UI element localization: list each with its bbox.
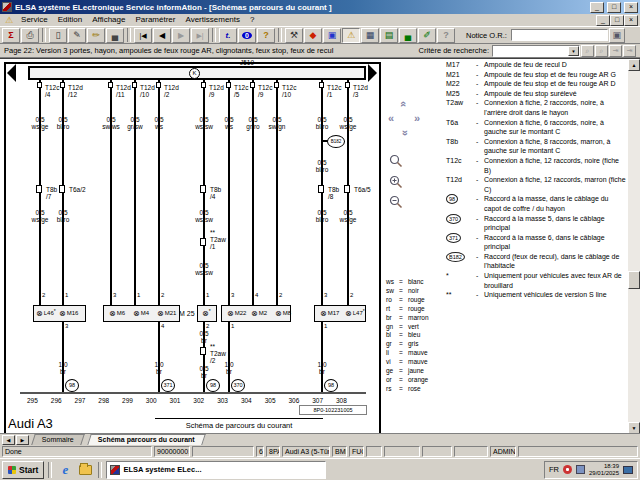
window-button[interactable]: ▣: [323, 28, 341, 43]
lamp-icon: ⊗: [227, 308, 234, 319]
pan-right-icon[interactable]: »: [414, 113, 420, 123]
tab-scroll-left-button[interactable]: ◀: [2, 435, 15, 445]
legend-dash: -: [476, 252, 484, 262]
vehicle-button[interactable]: ▄: [106, 28, 124, 43]
vehicle-edit-button[interactable]: ✐: [418, 28, 436, 43]
network-icon[interactable]: [623, 466, 633, 474]
taskbar-task-elsa[interactable]: ELSA système ELec...: [106, 461, 326, 479]
connector-label: T12c /9: [258, 84, 272, 98]
help-button[interactable]: ?: [257, 28, 275, 43]
wire-line: [252, 80, 254, 305]
mdi-close-button[interactable]: ×: [624, 15, 638, 26]
wire-gauge-label: 0,5 sw/gn: [269, 116, 286, 130]
chevron-down-icon[interactable]: ▼: [568, 46, 579, 56]
zoom-select-icon[interactable]: [389, 154, 403, 168]
search-prev-button[interactable]: ⌕: [581, 45, 594, 57]
document-edit-button[interactable]: ✏: [87, 28, 105, 43]
lamp-label: M16: [67, 308, 79, 319]
legend-dash: -: [476, 137, 484, 147]
search-next-button[interactable]: ⌕: [595, 45, 608, 57]
print-button[interactable]: ⎙: [21, 28, 39, 43]
save-button[interactable]: ▦: [361, 28, 379, 43]
connector-pin-icon: [345, 82, 350, 88]
tab-schema-parcours[interactable]: Schéma parcours du courant: [87, 434, 205, 445]
info-button[interactable]: 0: [238, 28, 256, 43]
toolbar-icon: ▄: [112, 30, 118, 40]
notice-or-input[interactable]: [511, 29, 608, 41]
legend-text: Connexion à fiche, 12 raccords, marron (…: [484, 175, 626, 194]
color-name: marron: [408, 314, 429, 323]
goto-prev-button[interactable]: ⇥: [609, 45, 622, 57]
tools-button[interactable]: ⚒: [285, 28, 303, 43]
folder-icon[interactable]: [76, 461, 94, 478]
return-button[interactable]: t.: [219, 28, 237, 43]
minimize-button[interactable]: _: [590, 2, 604, 13]
last-page-button[interactable]: ▶|: [191, 28, 209, 43]
tray-status-icon[interactable]: [563, 465, 572, 474]
wire-line: [228, 80, 230, 305]
tray-shield-icon[interactable]: [576, 465, 585, 474]
mdi-minimize-button[interactable]: _: [596, 15, 610, 26]
help-doc-button[interactable]: ?: [437, 28, 455, 43]
color-abbreviation: vi = mauve: [386, 358, 429, 367]
search-criteria-dropdown[interactable]: ▼: [492, 45, 580, 57]
wire-gauge-label: 0,5 bl/ro: [316, 209, 329, 223]
exit-button[interactable]: Σ: [2, 28, 20, 43]
lamp-label: M17: [328, 308, 340, 319]
tab-sommaire[interactable]: Sommaire: [31, 434, 84, 445]
menu-help[interactable]: ?: [245, 14, 259, 26]
color-code: ro: [386, 296, 399, 305]
footnote-star: *: [209, 308, 211, 314]
menu-affichage[interactable]: Affichage: [87, 14, 130, 26]
connector-pin-icon: [108, 82, 113, 88]
wire-line: [134, 80, 136, 305]
legend-item: T2aw - Connexion à fiche, 2 raccords, no…: [446, 98, 626, 117]
menu-edition[interactable]: Edition: [53, 14, 87, 26]
scroll-up-button[interactable]: ▲: [628, 59, 640, 71]
vehicle-data-button[interactable]: ▄: [399, 28, 417, 43]
pan-up-icon[interactable]: «: [399, 101, 409, 107]
connector-pin-icon: [250, 82, 255, 88]
manuals-button[interactable]: ▤: [380, 28, 398, 43]
scrollbar-thumb[interactable]: [628, 271, 640, 289]
track-numbers: 2952962972982993003013023033043053063073…: [27, 397, 347, 404]
new-document-button[interactable]: ▯: [49, 28, 67, 43]
edit-button[interactable]: ✎: [68, 28, 86, 43]
mdi-restore-button[interactable]: □: [610, 15, 624, 26]
menu-service[interactable]: Service: [16, 14, 53, 26]
language-indicator[interactable]: FR: [549, 465, 559, 474]
wire-gauge-label: 0,5 sw/ws: [102, 116, 120, 130]
wire-gauge-label: 0,5 ws/sw: [195, 116, 213, 130]
restore-button[interactable]: □: [607, 2, 621, 13]
status-message: Done: [2, 446, 152, 457]
connector-label: T12c /5: [234, 84, 248, 98]
menu-avertissements[interactable]: Avertissements: [180, 14, 245, 26]
pan-down-icon[interactable]: «: [399, 130, 409, 136]
start-button[interactable]: Start: [2, 461, 44, 479]
parts-catalog-button[interactable]: ◆: [304, 28, 322, 43]
legend-text: Raccord à la masse 6, dans le câblage pr…: [484, 233, 626, 252]
first-page-button[interactable]: |◀: [134, 28, 152, 43]
pan-left-icon[interactable]: «: [388, 113, 394, 123]
connector-icon: [344, 185, 350, 193]
equals-sign: =: [399, 278, 408, 287]
legend-dash: -: [476, 156, 484, 166]
warnings-button[interactable]: ⚠: [342, 28, 360, 43]
tab-scroll-right-button[interactable]: ▶: [16, 435, 29, 445]
color-name: jaune: [408, 367, 424, 376]
close-button[interactable]: ×: [624, 2, 638, 13]
component-legend: M17 - Ampoule de feu de recul D M21 - Am…: [446, 60, 626, 300]
zoom-out-icon[interactable]: [389, 195, 403, 209]
notice-detail-button[interactable]: ▣: [609, 28, 625, 43]
connector-icon: [59, 185, 65, 193]
menu-parametrer[interactable]: Paramétrer: [130, 14, 180, 26]
pin-number: 3: [113, 292, 116, 299]
internet-explorer-icon[interactable]: e: [56, 461, 74, 478]
legend-dash: -: [476, 175, 484, 185]
legend-text: Ampoule de feu stop surélevé: [484, 89, 626, 99]
prev-page-button[interactable]: ◀: [153, 28, 171, 43]
zoom-in-icon[interactable]: [389, 175, 403, 189]
next-page-button[interactable]: ▶: [172, 28, 190, 43]
vertical-scrollbar[interactable]: ▲ ▼: [628, 59, 640, 434]
goto-next-button[interactable]: ⇥: [623, 45, 636, 57]
